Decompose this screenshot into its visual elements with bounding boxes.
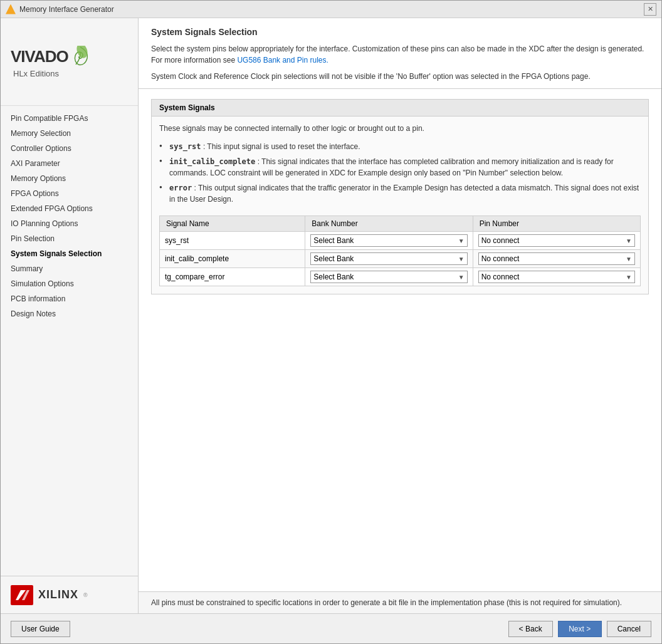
signal-table: Signal Name Bank Number Pin Number sys_r… — [159, 216, 641, 286]
vivado-logo: VIVADO — [11, 46, 90, 68]
table-row: init_calib_complete Select Bank ▼ — [160, 250, 641, 268]
sidebar-item-pcb-information[interactable]: PCB information — [1, 291, 138, 306]
sidebar-logo: VIVADO HLx Editions — [1, 18, 138, 106]
main-window: Memory Interface Generator ✕ VIVADO HLx … — [0, 0, 662, 644]
main-content: VIVADO HLx Editions Pin Compatible FPGAs… — [1, 18, 661, 613]
row1-pin-value: No connect — [481, 236, 520, 245]
title-bar: Memory Interface Generator ✕ — [1, 1, 661, 18]
panel-body: System Signals These signals may be conn… — [139, 89, 661, 591]
signals-box: System Signals These signals may be conn… — [151, 99, 649, 294]
bottom-right: < Back Next > Cancel — [508, 621, 651, 637]
bottom-left: User Guide — [11, 621, 70, 637]
sidebar-item-extended-fpga-options[interactable]: Extended FPGA Options — [1, 201, 138, 216]
signals-box-header: System Signals — [152, 100, 648, 117]
signal-name-sys-rst: sys_rst — [169, 142, 201, 151]
sidebar-item-system-signals-selection[interactable]: System Signals Selection — [1, 246, 138, 261]
window-icon — [6, 4, 16, 14]
list-item: error : This output signal indicates tha… — [159, 180, 641, 207]
sidebar-item-io-planning-options[interactable]: IO Planning Options — [1, 216, 138, 231]
bottom-bar: User Guide < Back Next > Cancel — [1, 613, 661, 643]
row3-pin-select[interactable]: No connect ▼ — [478, 271, 635, 283]
vivado-text: VIVADO — [11, 47, 68, 66]
sidebar-item-pin-selection[interactable]: Pin Selection — [1, 231, 138, 246]
row3-signal-name: tg_compare_error — [160, 268, 305, 286]
row1-pin-select[interactable]: No connect ▼ — [478, 234, 635, 247]
xilinx-registered: ® — [83, 592, 88, 598]
hlx-text: HLx Editions — [13, 69, 59, 78]
vivado-leaf-icon — [71, 46, 90, 68]
col-signal-name: Signal Name — [160, 216, 305, 232]
table-row: tg_compare_error Select Bank ▼ — [160, 268, 641, 286]
panel-title: System Signals Selection — [151, 27, 649, 37]
signals-box-content: These signals may be connected internall… — [152, 117, 648, 294]
sidebar-item-axi-parameter[interactable]: AXI Parameter — [1, 156, 138, 171]
sidebar-item-memory-selection[interactable]: Memory Selection — [1, 126, 138, 141]
sidebar-item-design-notes[interactable]: Design Notes — [1, 306, 138, 321]
sidebar-bottom: XILINX ® — [1, 576, 138, 613]
cancel-button[interactable]: Cancel — [607, 621, 651, 637]
footer-text: All pins must be constrained to specific… — [151, 598, 622, 607]
xilinx-icon — [11, 585, 33, 605]
row1-signal-name: sys_rst — [160, 232, 305, 250]
row3-bank-value: Select Bank — [313, 273, 354, 281]
sidebar-item-controller-options[interactable]: Controller Options — [1, 141, 138, 156]
signal-name-error: error — [169, 184, 192, 192]
row2-bank-arrow-icon: ▼ — [458, 256, 465, 262]
desc-line1: Select the system pins below appropriate… — [151, 44, 644, 65]
row3-bank-arrow-icon: ▼ — [458, 274, 465, 281]
sidebar-item-fpga-options[interactable]: FPGA Options — [1, 186, 138, 201]
row1-bank-select[interactable]: Select Bank ▼ — [310, 234, 467, 247]
main-panel: System Signals Selection Select the syst… — [139, 18, 661, 613]
signal-name-init-calib: init_calib_complete — [169, 157, 255, 166]
list-item: init_calib_complete : This signal indica… — [159, 154, 641, 180]
xilinx-logo: XILINX ® — [11, 585, 88, 605]
next-button[interactable]: Next > — [558, 621, 602, 637]
row1-bank-value: Select Bank — [313, 236, 354, 245]
row1-pin-number: No connect ▼ — [473, 232, 640, 250]
back-button[interactable]: < Back — [508, 621, 553, 637]
row2-pin-number: No connect ▼ — [473, 250, 640, 268]
window-title: Memory Interface Generator — [19, 5, 114, 14]
sidebar-item-memory-options[interactable]: Memory Options — [1, 171, 138, 186]
signal-desc-error: : This output signal indicates that the … — [169, 184, 639, 204]
row2-bank-select[interactable]: Select Bank ▼ — [310, 252, 467, 265]
sidebar: VIVADO HLx Editions Pin Compatible FPGAs… — [1, 18, 139, 613]
row1-bank-number: Select Bank ▼ — [305, 232, 473, 250]
sidebar-nav: Pin Compatible FPGAsMemory SelectionCont… — [1, 106, 138, 576]
bullet-list: sys_rst : This input signal is used to r… — [159, 139, 641, 207]
list-item: sys_rst : This input signal is used to r… — [159, 139, 641, 154]
sidebar-item-pin-compatible[interactable]: Pin Compatible FPGAs — [1, 111, 138, 126]
row3-bank-select[interactable]: Select Bank ▼ — [310, 271, 467, 283]
signal-desc-sys-rst: : This input signal is used to reset the… — [203, 142, 360, 151]
row2-signal-name: init_calib_complete — [160, 250, 305, 268]
row1-pin-arrow-icon: ▼ — [626, 237, 632, 244]
row2-pin-select[interactable]: No connect ▼ — [478, 252, 635, 265]
panel-description: Select the system pins below appropriate… — [151, 43, 649, 66]
xilinx-logo-icon — [13, 588, 31, 603]
sidebar-item-summary[interactable]: Summary — [1, 261, 138, 276]
panel-footer: All pins must be constrained to specific… — [139, 591, 661, 613]
close-button[interactable]: ✕ — [644, 3, 656, 16]
row3-pin-number: No connect ▼ — [473, 268, 640, 286]
table-row: sys_rst Select Bank ▼ — [160, 232, 641, 250]
user-guide-button[interactable]: User Guide — [11, 621, 70, 637]
col-bank-number: Bank Number — [305, 216, 473, 232]
xilinx-text: XILINX — [38, 588, 78, 601]
row3-pin-value: No connect — [481, 273, 520, 281]
row1-bank-arrow-icon: ▼ — [458, 237, 465, 244]
signals-intro: These signals may be connected internall… — [159, 124, 641, 133]
panel-note: System Clock and Reference Clock pin sel… — [151, 71, 649, 82]
row3-bank-number: Select Bank ▼ — [305, 268, 473, 286]
ug586-link[interactable]: UG586 Bank and Pin rules. — [237, 56, 328, 65]
row3-pin-arrow-icon: ▼ — [626, 274, 632, 281]
col-pin-number: Pin Number — [473, 216, 640, 232]
row2-pin-value: No connect — [481, 254, 520, 263]
row2-pin-arrow-icon: ▼ — [626, 256, 632, 262]
row2-bank-value: Select Bank — [313, 254, 354, 263]
title-bar-left: Memory Interface Generator — [6, 4, 114, 14]
panel-header: System Signals Selection Select the syst… — [139, 18, 661, 89]
row2-bank-number: Select Bank ▼ — [305, 250, 473, 268]
sidebar-item-simulation-options[interactable]: Simulation Options — [1, 276, 138, 291]
